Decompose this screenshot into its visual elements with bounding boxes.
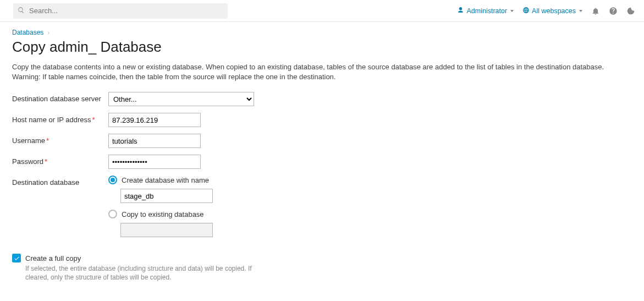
notifications-button[interactable] [591, 7, 600, 15]
radio-icon [108, 176, 117, 184]
topbar: Administrator All webspaces [0, 0, 644, 22]
radio-create-db[interactable]: Create database with name [108, 176, 632, 184]
host-input[interactable] [108, 113, 201, 127]
user-menu[interactable]: Administrator [457, 7, 514, 15]
breadcrumb: Databases › [12, 29, 632, 36]
row-password: Password* [12, 155, 632, 169]
radio-create-label: Create database with name [122, 176, 209, 184]
globe-icon [522, 7, 530, 15]
page-description: Copy the database contents into a new or… [12, 62, 632, 82]
topbar-right: Administrator All webspaces [457, 7, 635, 15]
radio-existing-label: Copy to existing database [122, 210, 204, 218]
row-username: Username* [12, 134, 632, 148]
breadcrumb-databases[interactable]: Databases [12, 29, 43, 36]
user-icon [457, 7, 464, 15]
chevron-right-icon: › [48, 30, 49, 36]
password-input[interactable] [108, 155, 201, 169]
password-label: Password* [12, 155, 108, 166]
fullcopy-hint: If selected, the entire database (includ… [25, 265, 256, 282]
page-title: Copy admin_ Database [12, 39, 632, 56]
row-host: Host name or IP address* [12, 113, 632, 127]
existing-db-input [120, 223, 213, 237]
search-box[interactable] [13, 3, 228, 19]
fullcopy-label: Create a full copy [25, 254, 81, 262]
username-input[interactable] [108, 134, 201, 148]
content: ‹ Databases › Copy admin_ Database Copy … [0, 22, 644, 301]
create-db-name-input[interactable] [120, 189, 213, 203]
chevron-down-icon [510, 10, 514, 12]
search-input[interactable] [28, 6, 223, 15]
user-label: Administrator [466, 7, 507, 15]
webspaces-label: All webspaces [532, 7, 576, 15]
chevron-down-icon [579, 10, 582, 12]
host-label: Host name or IP address* [12, 113, 108, 124]
dest-server-select[interactable]: Other... [108, 92, 254, 106]
radio-icon [108, 210, 117, 218]
dest-db-label: Destination database [12, 176, 108, 187]
fullcopy-checkbox[interactable]: Create a full copy [12, 254, 632, 262]
checkbox-icon [12, 254, 21, 262]
row-dest-db: Destination database Create database wit… [12, 176, 632, 244]
webspaces-menu[interactable]: All webspaces [522, 7, 582, 15]
search-icon [18, 7, 25, 15]
help-button[interactable] [609, 7, 618, 15]
radio-existing-db[interactable]: Copy to existing database [108, 210, 632, 218]
row-dest-server: Destination database server Other... [12, 92, 632, 106]
username-label: Username* [12, 134, 108, 145]
theme-toggle[interactable] [626, 7, 635, 15]
dest-server-label: Destination database server [12, 92, 108, 103]
